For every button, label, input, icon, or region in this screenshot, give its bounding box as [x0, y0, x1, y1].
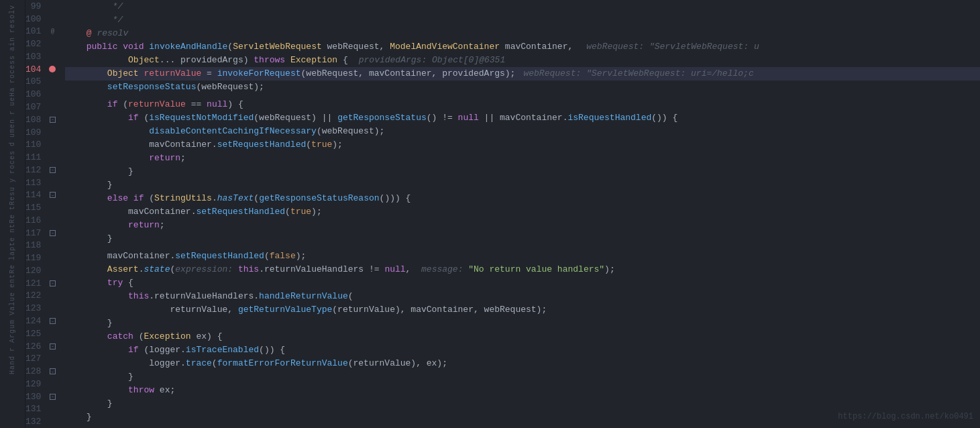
sidebar-label-12: lapte [9, 237, 16, 260]
code-str-120: "No return value handlers" [468, 263, 604, 276]
code-sp2-102 [144, 40, 149, 54]
ln-128: 128 [25, 365, 46, 378]
ln-130: 130 [25, 390, 46, 403]
code-indent-121 [65, 276, 107, 290]
code-throws-103: throws [254, 54, 285, 67]
sidebar-label-16: r [9, 347, 16, 352]
code-indent-112 [65, 165, 128, 178]
code-line-123: returnValue, getReturnValueType(returnVa… [65, 303, 980, 317]
code-indent-113 [65, 178, 107, 192]
code-if-126: if [128, 343, 139, 357]
ln-127: 127 [25, 352, 46, 365]
fold-icon-128[interactable]: - [50, 368, 56, 374]
watermark: https://blog.csdn.net/ko0491 [838, 412, 973, 421]
hint-103: providedArgs: Object[0]@6351 [359, 54, 505, 67]
code-semi-111: ; [180, 152, 186, 165]
code-sp-104 [139, 67, 144, 81]
code-line-103: Object... providedArgs) throws Exception… [65, 54, 980, 67]
fold-icon-130[interactable]: - [50, 394, 56, 400]
code-args1-127: ( [212, 357, 217, 370]
code-arg2-104: mavContainer [369, 67, 432, 81]
code-type-103: Object [128, 54, 160, 67]
code-op-107: == [186, 98, 207, 111]
code-text-101a [65, 27, 86, 40]
code-indent-103 [65, 54, 128, 67]
code-line-122: this.returnValueHandlers.handleReturnVal… [65, 290, 980, 303]
hint-120b: message: [411, 263, 468, 276]
code-arg1-108: (webRequest) [254, 111, 317, 125]
fold-icon-117[interactable]: - [50, 230, 56, 236]
ln-113: 113 [25, 176, 46, 189]
gutter-106 [46, 88, 58, 101]
ln-103: 103 [25, 50, 46, 63]
fold-icon-121[interactable]: - [50, 280, 56, 286]
code-dot-114: . [212, 192, 217, 205]
ln-121: 121 [25, 277, 46, 290]
gutter-121: - [46, 277, 58, 290]
code-line-124: } [65, 317, 980, 330]
code-method-114: hasText [217, 192, 254, 205]
code-null-120: null [384, 263, 405, 276]
code-indent-115 [65, 205, 128, 219]
gutter-115 [46, 201, 58, 214]
code-dot-120: . [139, 263, 144, 276]
code-args-109: (webRequest); [317, 125, 384, 138]
fold-icon-114[interactable]: - [50, 192, 56, 198]
code-indent-104 [65, 67, 107, 81]
code-args-123: (returnValue) [332, 303, 400, 317]
fold-icon-108[interactable]: - [50, 117, 56, 123]
code-field-122: returnValueHandlers [154, 290, 254, 303]
code-sp-129 [154, 384, 160, 397]
code-this-122: this [128, 290, 149, 303]
code-semi-123: ); [537, 303, 547, 317]
gutter-col: @ - - - [46, 0, 58, 428]
code-comma-104: , [358, 67, 369, 81]
code-comma-120: , [406, 263, 411, 276]
code-obj-119: mavContainer. [107, 250, 175, 263]
code-return-111: return [149, 152, 180, 165]
code-sp-103 [249, 54, 254, 67]
sidebar-label-17: Hand [9, 356, 16, 374]
ln-117: 117 [25, 227, 46, 239]
code-indent-114 [65, 192, 107, 205]
code-brace-112: } [128, 165, 133, 178]
code-var-107: returnValue [128, 98, 186, 111]
sidebar-label-9: y [9, 178, 16, 182]
fold-icon-126[interactable]: - [50, 343, 56, 350]
code-var-129: ex [160, 384, 170, 397]
code-var-125: ex [191, 330, 207, 343]
code-line-107: if (returnValue == null) { [65, 98, 980, 111]
code-comma2-123: , [400, 303, 411, 317]
gutter-131 [46, 403, 58, 416]
code-args-120: ( [170, 263, 175, 276]
breakpoint-dot[interactable] [49, 66, 56, 72]
code-sp-126: ( [139, 343, 150, 357]
code-semi-129: ; [170, 384, 175, 397]
ln-105: 105 [25, 76, 46, 89]
code-indent-130 [65, 397, 107, 411]
code-return-116: return [128, 219, 160, 232]
code-brace-124: } [107, 317, 113, 330]
code-sp-125: ( [133, 330, 144, 343]
code-comma2-104: , [432, 67, 443, 81]
code-args-105: (webRequest); [196, 81, 264, 94]
ln-108: 108 [25, 113, 46, 126]
fold-icon-124[interactable]: - [50, 318, 56, 324]
sidebar-label-10: tResu [9, 186, 16, 210]
ln-107: 107 [25, 101, 46, 113]
code-indent-127 [65, 357, 149, 370]
code-text-100: */ [65, 13, 123, 27]
left-sidebar: resolv ain rocess ueHa r umen d roces y … [0, 0, 25, 428]
code-text-102a [65, 40, 86, 54]
code-if-107: if [107, 98, 118, 111]
fold-icon-112[interactable]: - [50, 167, 56, 173]
ln-115: 115 [25, 201, 46, 214]
ln-102: 102 [25, 38, 46, 50]
gutter-123 [46, 302, 58, 315]
gutter-110 [46, 138, 58, 151]
code-throw-129: throw [128, 384, 154, 397]
code-if-114: if [133, 192, 144, 205]
gutter-128: - [46, 365, 58, 378]
code-true-115: true [290, 205, 311, 219]
code-type1-102: ServletWebRequest [233, 40, 322, 54]
